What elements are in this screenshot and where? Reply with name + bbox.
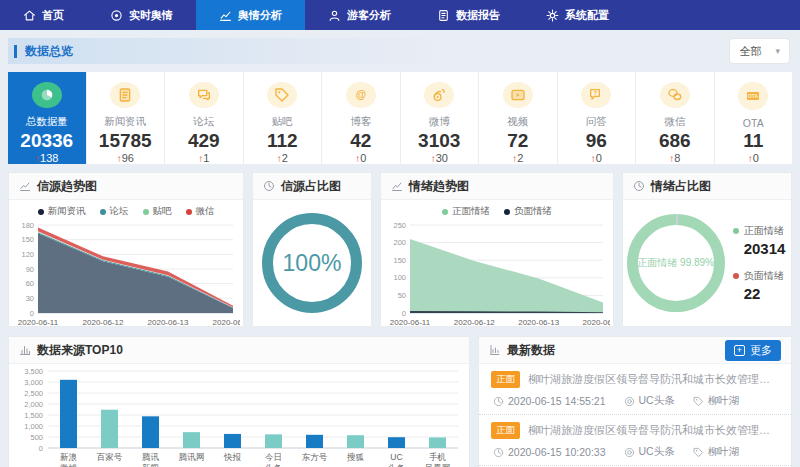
svg-text:180: 180 bbox=[21, 221, 34, 230]
wechat-icon bbox=[660, 82, 690, 108]
panel-title: 最新数据 bbox=[507, 342, 555, 359]
stat-card-qa[interactable]: ?问答96↑0 bbox=[558, 72, 636, 164]
more-button[interactable]: + 更多 bbox=[725, 340, 781, 361]
legend-dot bbox=[733, 228, 739, 234]
up-arrow-icon: ↑ bbox=[35, 153, 40, 164]
svg-text:500: 500 bbox=[30, 433, 43, 442]
svg-text:2020-06-14: 2020-06-14 bbox=[213, 318, 240, 326]
stat-delta: ↑0 bbox=[355, 152, 366, 164]
stat-card-wechat[interactable]: 微信686↑8 bbox=[636, 72, 714, 164]
news-time: 2020-06-15 10:20:33 bbox=[493, 446, 606, 458]
legend-value: 22 bbox=[744, 285, 786, 302]
svg-text:新浪: 新浪 bbox=[60, 452, 77, 462]
panel-header: 情绪占比图 bbox=[623, 173, 791, 200]
legend-label: 贴吧 bbox=[153, 205, 172, 218]
svg-text:90: 90 bbox=[26, 265, 34, 274]
news-tag-label: 柳叶湖 bbox=[708, 394, 740, 408]
legend-label: 微信 bbox=[196, 205, 215, 218]
stat-value: 20336 bbox=[20, 130, 73, 152]
stat-label: 总数据量 bbox=[26, 115, 68, 129]
news-item[interactable]: 正面柳叶湖旅游度假区领导督导防汛和城市长效管理工作2020-06-15 10:2… bbox=[479, 415, 791, 466]
news-time-label: 2020-06-15 14:55:21 bbox=[508, 395, 606, 407]
news-title: 柳叶湖旅游度假区领导督导防汛和城市长效管理工作 bbox=[528, 372, 779, 387]
stat-card-pie[interactable]: 总数据量20336↑138 bbox=[8, 72, 86, 164]
ota-icon: OTA bbox=[738, 82, 768, 110]
nav-item-line-chart[interactable]: 舆情分析 bbox=[196, 0, 305, 30]
nav-item-eye[interactable]: 实时舆情 bbox=[87, 0, 196, 30]
stat-card-news[interactable]: 新闻资讯15785↑96 bbox=[87, 72, 165, 164]
stat-card-play[interactable]: 视频72↑2 bbox=[479, 72, 557, 164]
section-bar: 数据总览 全部 ▾ bbox=[8, 38, 792, 64]
tag-icon bbox=[693, 447, 704, 458]
svg-text:2,500: 2,500 bbox=[24, 389, 43, 398]
clock-icon bbox=[493, 396, 504, 407]
nav-item-gear[interactable]: 系统配置 bbox=[523, 0, 632, 30]
at-icon: @ bbox=[346, 82, 376, 108]
stat-label: 论坛 bbox=[193, 115, 214, 129]
nav-item-user[interactable]: 游客分析 bbox=[305, 0, 414, 30]
top10-bar-chart: 05001,0001,5002,0002,5003,0003,500新浪微博百家… bbox=[12, 365, 466, 467]
news-source-label: UC头条 bbox=[639, 445, 675, 459]
svg-text:100: 100 bbox=[393, 273, 406, 282]
eye-icon bbox=[110, 9, 123, 22]
svg-text:微博: 微博 bbox=[60, 463, 78, 467]
news-icon bbox=[110, 82, 140, 108]
svg-text:120: 120 bbox=[21, 250, 34, 259]
tag-icon bbox=[267, 82, 297, 108]
svg-text:2,000: 2,000 bbox=[24, 400, 43, 409]
forum-icon bbox=[189, 82, 219, 108]
svg-text:2020-06-12: 2020-06-12 bbox=[83, 318, 124, 326]
top-navbar: 首页实时舆情舆情分析游客分析数据报告系统配置 bbox=[0, 0, 800, 30]
svg-text:200: 200 bbox=[393, 238, 406, 247]
news-tag: 柳叶湖 bbox=[693, 394, 740, 408]
stat-delta: ↑1 bbox=[198, 152, 209, 164]
news-time: 2020-06-15 14:55:21 bbox=[493, 395, 606, 407]
stat-card-ota[interactable]: OTAOTA11↑0 bbox=[715, 72, 793, 164]
stat-card-at[interactable]: @博客42↑0 bbox=[322, 72, 400, 164]
up-arrow-icon: ↑ bbox=[277, 153, 282, 164]
clock-icon bbox=[263, 180, 275, 192]
legend-item: 新闻资讯 bbox=[38, 205, 86, 218]
legend-label: 新闻资讯 bbox=[48, 205, 86, 218]
panel-sentiment-ratio: 情绪占比图 正面情绪 99.89% 正面情绪20314负面情绪22 bbox=[622, 172, 792, 327]
panel-source-trend: 信源趋势图 新闻资讯论坛贴吧微信 03060901201501802020-06… bbox=[8, 172, 244, 327]
stat-label: 微信 bbox=[664, 115, 685, 129]
nav-item-report[interactable]: 数据报告 bbox=[414, 0, 523, 30]
svg-text:2020-06-12: 2020-06-12 bbox=[454, 318, 495, 326]
svg-text:腾讯: 腾讯 bbox=[142, 452, 160, 462]
stat-delta: ↑8 bbox=[669, 152, 680, 164]
stat-value: 686 bbox=[659, 130, 691, 152]
stat-card-forum[interactable]: 论坛429↑1 bbox=[165, 72, 243, 164]
svg-text:3,500: 3,500 bbox=[24, 367, 43, 376]
legend-label: 正面情绪 bbox=[744, 224, 784, 238]
svg-text:3,000: 3,000 bbox=[24, 378, 43, 387]
svg-text:腾讯网: 腾讯网 bbox=[179, 452, 205, 462]
sentiment-badge: 正面 bbox=[491, 371, 520, 388]
legend-dot bbox=[100, 209, 106, 215]
filter-dropdown[interactable]: 全部 ▾ bbox=[729, 38, 790, 64]
news-source: UC头条 bbox=[624, 445, 675, 459]
svg-text:凤凰网: 凤凰网 bbox=[425, 463, 451, 467]
line-chart-icon bbox=[219, 9, 232, 22]
chevron-down-icon: ▾ bbox=[775, 46, 780, 56]
stat-card-weibo[interactable]: 微博3103↑30 bbox=[401, 72, 479, 164]
line-chart-icon bbox=[391, 180, 403, 192]
up-arrow-icon: ↑ bbox=[512, 153, 517, 164]
svg-text:50: 50 bbox=[398, 291, 406, 300]
svg-text:百家号: 百家号 bbox=[97, 452, 123, 462]
stat-card-tag[interactable]: 贴吧112↑2 bbox=[244, 72, 322, 164]
sentiment-ratio-legend: 正面情绪20314负面情绪22 bbox=[733, 224, 786, 302]
news-source-label: UC头条 bbox=[639, 394, 675, 408]
legend-dot bbox=[504, 209, 510, 215]
svg-text:?: ? bbox=[594, 90, 598, 96]
up-arrow-icon: ↑ bbox=[117, 153, 122, 164]
news-tag-label: 柳叶湖 bbox=[708, 445, 740, 459]
panel-title: 信源占比图 bbox=[281, 178, 341, 195]
source-ratio-value: 100% bbox=[283, 250, 342, 277]
nav-item-home[interactable]: 首页 bbox=[0, 0, 87, 30]
stat-label: 新闻资讯 bbox=[104, 115, 146, 129]
bar-chart-icon bbox=[19, 344, 31, 356]
sentiment-badge: 正面 bbox=[491, 422, 520, 439]
news-title: 柳叶湖旅游度假区领导督导防汛和城市长效管理工作 bbox=[528, 423, 779, 438]
news-item[interactable]: 正面柳叶湖旅游度假区领导督导防汛和城市长效管理工作2020-06-15 14:5… bbox=[479, 364, 791, 415]
